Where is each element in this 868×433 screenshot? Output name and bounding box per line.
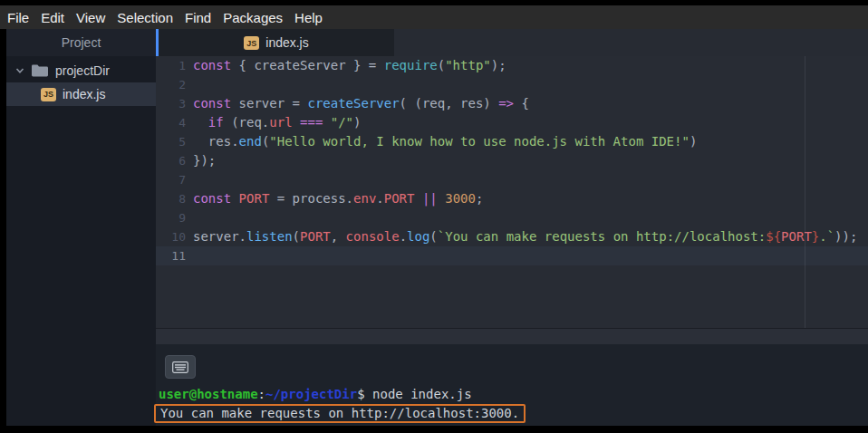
keyboard-toggle-button[interactable] (165, 355, 196, 379)
tab-bar-empty-space (394, 29, 868, 56)
tree-item-projectdir[interactable]: projectDir (6, 59, 156, 82)
line-number: 11 (156, 246, 186, 265)
tab-bar: JS index.js (156, 29, 868, 56)
sidebar-header-project: Project (6, 29, 156, 56)
chevron-down-icon[interactable] (15, 66, 24, 75)
tree-item-label: projectDir (55, 63, 110, 78)
prompt-command: node index.js (365, 387, 472, 401)
code-line-11 (193, 246, 868, 265)
prompt-user-host: user@hostname (159, 387, 258, 401)
terminal-prompt-line: user@hostname:~/projectDir$ node index.j… (159, 387, 472, 401)
line-number-gutter: 1234567891011 (156, 56, 186, 265)
menu-bar: FileEditViewSelectionFindPackagesHelp (0, 5, 868, 29)
prompt-dollar: $ (357, 387, 364, 401)
code-line-2 (193, 75, 868, 94)
prompt-path: ~/projectDir (265, 387, 357, 401)
menu-item-view[interactable]: View (76, 10, 105, 25)
code-line-4: if (req.url === "/") (193, 113, 868, 132)
tree-item-label: index.js (63, 87, 105, 101)
terminal-output-highlight: You can make requests on http://localhos… (154, 404, 526, 423)
code-line-10: server.listen(PORT, console.log(`You can… (193, 227, 868, 246)
prompt-colon: : (258, 387, 265, 401)
line-number: 1 (156, 56, 186, 75)
menu-item-find[interactable]: Find (185, 10, 211, 25)
code-line-9 (193, 208, 868, 227)
code-line-7 (193, 170, 868, 189)
code-editor[interactable]: 1234567891011 const { createServer } = r… (156, 56, 868, 328)
terminal-output-text: You can make requests on http://localhos… (160, 406, 519, 420)
code-line-5: res.end("Hello world, I know how to use … (193, 132, 868, 151)
line-number: 7 (156, 170, 186, 189)
javascript-file-icon: JS (244, 36, 259, 50)
tab-indexjs[interactable]: JS index.js (159, 29, 394, 56)
code-lines: const { createServer } = require("http")… (193, 56, 868, 265)
editor-pane: JS index.js 1234567891011 const { create… (156, 29, 868, 426)
file-tree: projectDir JS index.js (6, 56, 156, 106)
code-line-1: const { createServer } = require("http")… (193, 56, 868, 75)
terminal-panel[interactable]: user@hostname:~/projectDir$ node index.j… (156, 344, 868, 426)
code-line-6: }); (193, 151, 868, 170)
menu-item-selection[interactable]: Selection (117, 10, 173, 25)
tree-item-indexjs[interactable]: JS index.js (6, 82, 156, 106)
atom-ide-window: FileEditViewSelectionFindPackagesHelp Pr… (0, 0, 868, 433)
tab-label: index.js (265, 35, 308, 50)
menu-item-packages[interactable]: Packages (223, 10, 283, 25)
project-sidebar: Project projectDir JS index.js (6, 29, 156, 426)
keyboard-icon (172, 361, 188, 373)
line-number: 5 (156, 132, 186, 151)
line-number: 9 (156, 208, 186, 227)
code-line-8: const PORT = process.env.PORT || 3000; (193, 189, 868, 208)
menu-item-help[interactable]: Help (294, 10, 323, 25)
line-number: 10 (156, 227, 186, 246)
line-number: 2 (156, 75, 186, 94)
line-number: 3 (156, 94, 186, 113)
line-number: 4 (156, 113, 186, 132)
menu-item-edit[interactable]: Edit (41, 10, 64, 25)
line-number: 8 (156, 189, 186, 208)
javascript-file-icon: JS (41, 88, 56, 101)
horizontal-scrollbar[interactable] (156, 328, 868, 344)
line-number: 6 (156, 151, 186, 170)
menu-item-file[interactable]: File (7, 10, 29, 25)
code-line-3: const server = createServer( (req, res) … (193, 94, 868, 113)
folder-icon (32, 64, 48, 77)
